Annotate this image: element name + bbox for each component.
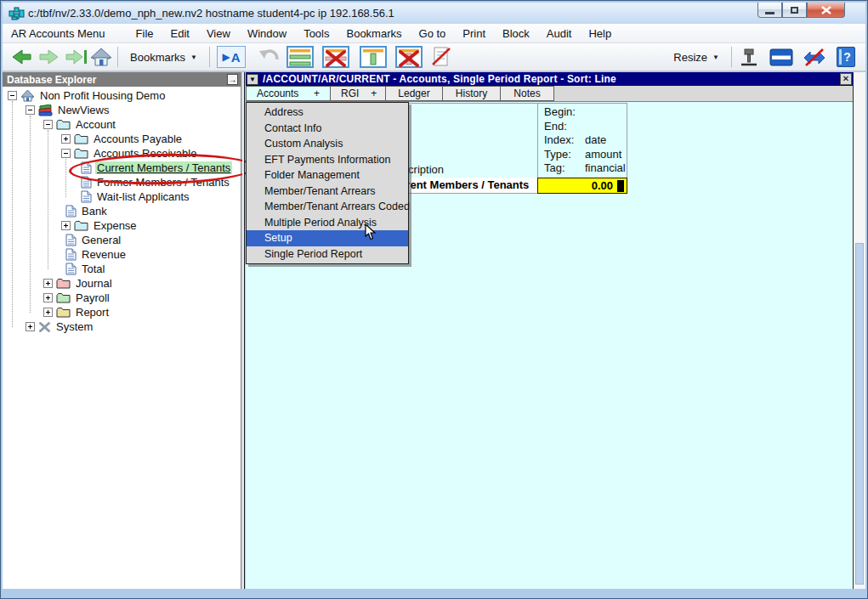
menu-item-contact-info[interactable]: Contact Info: [247, 121, 408, 137]
forward-end-icon: [65, 48, 88, 66]
toolbar-separator: [209, 47, 210, 67]
tree-item-wait-list-applicants[interactable]: Wait-list Applicants: [3, 189, 241, 204]
tree-item-label: Report: [74, 306, 111, 319]
pane-splitter[interactable]: [242, 72, 245, 589]
vertical-scrollbar[interactable]: [853, 72, 865, 589]
document-icon: [81, 190, 92, 203]
pin-button[interactable]: [739, 47, 759, 68]
close-button[interactable]: [807, 3, 845, 18]
tree-item-newviews[interactable]: NewViews: [3, 103, 241, 117]
tree-item-expense[interactable]: Expense: [3, 218, 241, 233]
insert-row-button[interactable]: [286, 46, 314, 68]
tree-item-payroll[interactable]: Payroll: [3, 291, 241, 305]
tab-notes[interactable]: Notes: [500, 86, 554, 101]
menu-item-member-tenant-arrears-coded[interactable]: Member/Tenant Arrears Coded: [247, 199, 408, 215]
menu-file[interactable]: File: [128, 27, 162, 40]
menu-bookmarks[interactable]: Bookmarks: [338, 27, 410, 40]
home-button[interactable]: [90, 48, 112, 67]
insert-column-button[interactable]: [360, 46, 387, 68]
delete-column-icon: [395, 46, 423, 68]
tree-collapse-toggle[interactable]: [61, 149, 71, 158]
meta-value: date: [585, 133, 606, 148]
menu-item-folder-management[interactable]: Folder Management: [247, 167, 408, 184]
minimize-button[interactable]: [757, 3, 782, 18]
panel-titlebar: ▼ /ACCOUNT/AR/CURRENT - Accounts, Single…: [246, 72, 853, 86]
folder-icon: [56, 278, 71, 289]
tree-item-accounts-receivable[interactable]: Accounts Receivable: [3, 146, 241, 161]
panel-dropdown-button[interactable]: ▼: [247, 74, 258, 85]
split-view-button[interactable]: [769, 48, 793, 66]
menu-item-eft-payments-information[interactable]: EFT Payments Information: [247, 152, 408, 168]
menu-item-custom-analysis[interactable]: Custom Analysis: [247, 136, 408, 152]
tab-history[interactable]: History: [442, 86, 501, 101]
tree-collapse-toggle[interactable]: [43, 120, 53, 129]
menu-item-setup[interactable]: Setup: [247, 230, 408, 246]
tree-item-revenue[interactable]: Revenue: [3, 247, 241, 262]
tree-item-general[interactable]: General: [3, 233, 241, 247]
resize-dropdown-button[interactable]: Resize ▼: [667, 51, 726, 64]
tree-item-label: Bank: [80, 205, 109, 218]
tree-item-account[interactable]: Account: [3, 117, 241, 132]
tree-item-total[interactable]: Total: [3, 262, 241, 276]
menu-view[interactable]: View: [198, 27, 239, 40]
menu-ar-accounts-menu[interactable]: AR Accounts Menu: [3, 27, 114, 40]
meta-label: Begin:: [544, 105, 585, 120]
delete-column-button[interactable]: [395, 46, 423, 68]
menu-audit[interactable]: Audit: [538, 27, 581, 40]
menu-print[interactable]: Print: [454, 27, 494, 40]
tree-expand-toggle[interactable]: [43, 293, 53, 302]
tab-accounts[interactable]: Accounts +: [246, 86, 331, 101]
tree-item-bank[interactable]: Bank: [3, 204, 241, 218]
forward-button[interactable]: [37, 48, 61, 66]
menu-tools[interactable]: Tools: [295, 27, 338, 40]
menu-bar: AR Accounts Menu File Edit View Window T…: [3, 24, 865, 43]
clear-report-button[interactable]: [431, 46, 451, 68]
amount-cell[interactable]: 0.00: [537, 178, 627, 194]
maximize-icon: [791, 7, 798, 14]
tree-expand-toggle[interactable]: [26, 322, 35, 331]
tree-item-journal[interactable]: Journal: [3, 276, 241, 291]
delete-row-button[interactable]: [322, 46, 349, 68]
panel-close-button[interactable]: ✕: [840, 73, 852, 85]
tree-item-former-members-tenants[interactable]: Former Members / Tenants: [3, 175, 241, 189]
menu-item-member-tenant-arrears[interactable]: Member/Tenant Arrears: [247, 184, 408, 200]
menu-item-single-period-report[interactable]: Single Period Report: [247, 246, 408, 263]
tree-expand-toggle[interactable]: [43, 308, 53, 317]
menu-window[interactable]: Window: [239, 27, 295, 40]
tab-rgi[interactable]: RGI +: [330, 86, 386, 101]
undo-button[interactable]: [258, 48, 280, 66]
app-icon: [9, 6, 25, 21]
menu-item-address[interactable]: Address: [247, 105, 408, 121]
maximize-button[interactable]: [782, 3, 807, 18]
menu-edit[interactable]: Edit: [162, 27, 198, 40]
menu-block[interactable]: Block: [494, 27, 538, 40]
chevron-down-icon: ▼: [190, 54, 197, 61]
tree-collapse-toggle[interactable]: [26, 105, 35, 115]
tree-item-report[interactable]: Report: [3, 305, 241, 319]
tree-expand-toggle[interactable]: [43, 279, 53, 288]
tree-item-non-profit-housing-demo[interactable]: Non Profit Housing Demo: [3, 88, 241, 103]
bookmarks-dropdown-button[interactable]: Bookmarks ▼: [123, 51, 204, 64]
resize-label: Resize: [673, 51, 707, 64]
forward-end-button[interactable]: [65, 48, 88, 66]
help-button[interactable]: ?: [837, 47, 855, 67]
tree-expand-toggle[interactable]: [61, 134, 71, 144]
menu-item-multiple-period-analysis[interactable]: Multiple Period Analysis: [247, 215, 408, 231]
tab-ledger[interactable]: Ledger: [385, 86, 443, 101]
collapse-pane-button[interactable]: →: [227, 74, 238, 85]
find-text-button[interactable]: ▶ A: [217, 46, 246, 68]
tree-expand-toggle[interactable]: [61, 221, 71, 230]
tab-plus: +: [302, 88, 320, 99]
tab-label: Accounts: [257, 88, 298, 99]
tree-collapse-toggle[interactable]: [8, 91, 17, 100]
back-button[interactable]: [9, 48, 33, 66]
tree-item-accounts-payable[interactable]: Accounts Payable: [3, 132, 241, 146]
no-resize-button[interactable]: [803, 48, 826, 67]
tree-item-system[interactable]: System: [3, 319, 241, 334]
pin-icon: [739, 47, 759, 68]
menu-help[interactable]: Help: [580, 27, 620, 40]
letter-a-icon: A: [231, 50, 241, 65]
scrollbar-thumb[interactable]: [855, 243, 864, 585]
menu-go-to[interactable]: Go to: [411, 27, 455, 40]
tree-item-current-members-tenants[interactable]: Current Members / Tenants: [3, 161, 241, 175]
